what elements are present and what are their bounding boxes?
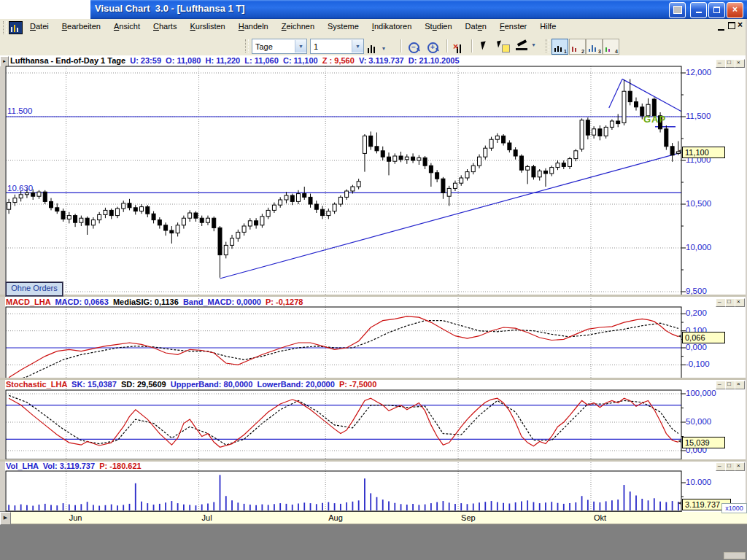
note-tool-icon[interactable] — [495, 39, 511, 53]
gap-annotation: GAP — [643, 114, 666, 125]
title-bar-blank-area — [0, 0, 90, 19]
show-desktop-button[interactable] — [669, 2, 686, 18]
collapse-arrow-icon[interactable]: ▸ — [0, 56, 9, 67]
desktop-icon — [673, 6, 682, 14]
close-panel-icon[interactable]: × — [735, 462, 745, 471]
minimize-button[interactable] — [690, 2, 707, 18]
separator — [471, 39, 473, 52]
close-button[interactable]: × — [727, 2, 743, 18]
period-combobox[interactable]: Tage ▼ — [252, 39, 307, 54]
text-segment: U: 23:59 O: 11,080 H: 11,220 L: 11,060 C… — [130, 56, 322, 65]
restore-button[interactable] — [708, 2, 725, 18]
resize-grip[interactable] — [724, 552, 746, 559]
menu-item-daten[interactable]: Daten — [459, 19, 493, 34]
month-label-jun: Jun — [69, 513, 82, 522]
close-panel-icon[interactable]: × — [735, 381, 745, 389]
axis-tick-label: -0,100 — [686, 359, 710, 368]
macd-marker-arrow: ◄ — [677, 333, 682, 338]
close-panel-icon[interactable]: × — [735, 59, 745, 68]
ohne-orders-button[interactable]: Ohne Orders — [6, 282, 63, 296]
maximize-panel-icon[interactable]: □ — [725, 59, 735, 68]
chart-plot-background[interactable] — [5, 66, 682, 511]
zoom-in-icon[interactable]: + — [425, 39, 441, 53]
chart-layout-2-button[interactable]: 2 — [569, 39, 586, 55]
compression-combobox[interactable]: 1 ▼ — [310, 39, 364, 54]
month-label-okt: Okt — [594, 513, 606, 522]
text-segment: Band_MACD: 0,0000 — [183, 298, 266, 306]
menu-item-handeln[interactable]: Handeln — [232, 19, 275, 34]
axis-tick-label: 0,200 — [686, 308, 707, 317]
text-segment: LowerBand: 20,0000 — [257, 380, 339, 389]
panel-splitter[interactable] — [0, 295, 746, 297]
menu-item-hilfe[interactable]: Hilfe — [533, 19, 562, 34]
maximize-panel-icon[interactable]: □ — [725, 462, 735, 471]
minimize-panel-icon[interactable]: _ — [716, 298, 726, 307]
menu-items: DateiBearbeitenAnsichtChartsKurslistenHa… — [23, 19, 562, 34]
crossed-candles-icon[interactable]: × — [451, 39, 467, 53]
last-price-box: 11,100 — [682, 147, 725, 158]
mdi-close-icon[interactable]: × — [738, 20, 743, 30]
scroll-right-icon[interactable]: ▶ — [0, 512, 11, 525]
menu-item-systeme[interactable]: Systeme — [321, 19, 365, 34]
maximize-panel-icon[interactable]: □ — [725, 298, 735, 307]
text-segment: P: -0,1278 — [266, 298, 303, 306]
menu-item-indikatoren[interactable]: Indikatoren — [365, 19, 418, 34]
text-segment: Z : 9,560 — [322, 56, 359, 65]
chart-layout-4-button[interactable]: 4 — [603, 39, 619, 55]
chart-window-icon[interactable] — [9, 21, 23, 34]
text-segment: P: -7,5000 — [339, 380, 376, 389]
separator — [400, 39, 402, 52]
pen-tool-icon[interactable] — [515, 39, 531, 53]
minimize-panel-icon[interactable]: _ — [716, 59, 726, 68]
macd-panel-header: MACD_LHA MACD: 0,0663 MediaSIG: 0,1136 B… — [6, 298, 677, 308]
chevron-down-icon[interactable]: ▼ — [295, 40, 306, 52]
resistance-level-label: 11.500 — [7, 106, 32, 115]
chart-type-button[interactable]: ▼ — [367, 40, 386, 53]
month-label-jul: Jul — [202, 513, 212, 522]
chevron-down-icon[interactable]: ▼ — [531, 42, 536, 47]
axis-tick-label: 10,000 — [686, 243, 711, 252]
chevron-down-icon[interactable]: ▼ — [381, 46, 386, 51]
menu-item-charts[interactable]: Charts — [147, 19, 183, 34]
menu-item-ansicht[interactable]: Ansicht — [107, 19, 147, 34]
mdi-minimize-icon[interactable] — [718, 23, 724, 31]
text-segment: SK: 15,0387 — [71, 380, 121, 389]
title-bar[interactable]: Visual Chart 3.0 - [Lufthansa 1 T] × — [0, 0, 747, 19]
chart-layout-1-button[interactable]: 1 — [551, 39, 568, 55]
pointer-tool-icon[interactable] — [476, 39, 492, 53]
minimize-panel-icon[interactable]: _ — [716, 462, 726, 471]
maximize-panel-icon[interactable]: □ — [725, 381, 735, 389]
axis-tick-label: 12,000 — [686, 68, 711, 77]
chart-layout-3-button[interactable]: 3 — [586, 39, 603, 55]
stoch-value-box: 15,039 — [682, 437, 725, 448]
minimize-panel-icon[interactable]: _ — [716, 381, 726, 389]
text-segment: Lufthansa - End-of-Day 1 Tage — [10, 56, 130, 65]
left-edge — [0, 66, 5, 511]
menu-item-bearbeiten[interactable]: Bearbeiten — [55, 19, 107, 34]
menu-item-studien[interactable]: Studien — [418, 19, 458, 34]
minimize-icon — [696, 3, 702, 13]
toolbar-grip-3[interactable] — [546, 39, 549, 52]
zoom-out-icon[interactable]: − — [406, 39, 422, 53]
menu-item-kurslisten[interactable]: Kurslisten — [183, 19, 231, 34]
month-label-sep: Sep — [461, 513, 476, 522]
text-segment: MACD: 0,0663 — [55, 298, 112, 306]
text-segment: Stochastic_LHA — [6, 380, 71, 389]
mdi-restore-icon[interactable] — [728, 22, 735, 29]
chevron-down-icon[interactable]: ▼ — [352, 40, 363, 52]
toolbar-grip-2[interactable] — [245, 39, 249, 52]
toolbar-grip[interactable] — [3, 21, 7, 34]
chart-info-bar: ▸ Lufthansa - End-of-Day 1 Tage U: 23:59… — [0, 55, 747, 66]
menu-item-zeichnen[interactable]: Zeichnen — [275, 19, 321, 34]
menu-item-datei[interactable]: Datei — [23, 19, 55, 34]
menu-item-fenster[interactable]: Fenster — [493, 19, 533, 34]
period-value: Tage — [252, 42, 295, 51]
time-axis-bar[interactable]: ▶ JunJulAugSepOkt — [0, 512, 747, 524]
close-panel-icon[interactable]: × — [735, 298, 745, 307]
separator — [446, 39, 448, 52]
vol-marker-arrow: ◄ — [677, 500, 682, 505]
menu-bar: DateiBearbeitenAnsichtChartsKurslistenHa… — [0, 19, 747, 37]
support-level-label: 10.630 — [7, 184, 33, 192]
axis-tick-label: 11,500 — [686, 112, 711, 120]
axis-tick-label: 10.000 — [686, 478, 711, 486]
